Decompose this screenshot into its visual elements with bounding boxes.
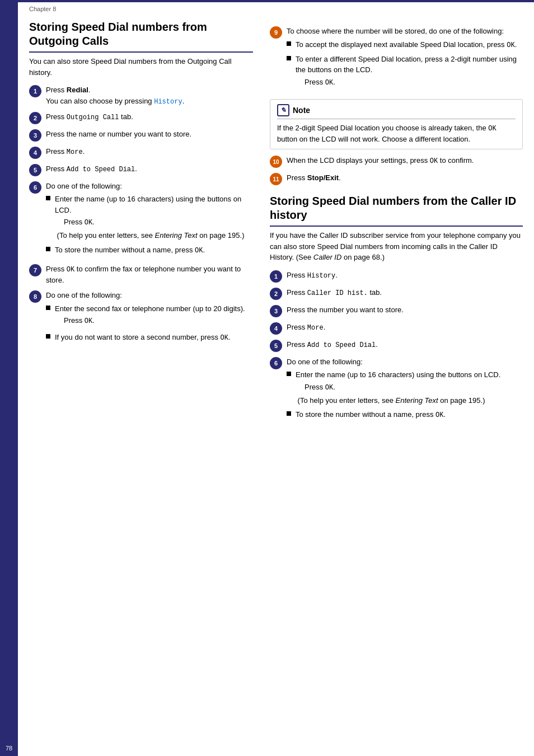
bullet-square — [287, 372, 291, 376]
step-5-text: Press Add to Speed Dial. — [46, 163, 253, 175]
step6-bullet-1: Enter the name (up to 16 characters) usi… — [46, 194, 253, 241]
section1-intro: You can also store Speed Dial numbers fr… — [29, 56, 253, 78]
bullet-square — [287, 41, 291, 46]
step-8: 8 Do one of the following: Enter the sec… — [29, 290, 253, 346]
step-8-text: Do one of the following: Enter the secon… — [46, 290, 253, 346]
section2-title: Storing Speed Dial numbers from the Call… — [270, 194, 523, 227]
step11-bold: Stop/Exit — [307, 173, 339, 182]
step-circle-9: 9 — [270, 26, 282, 39]
s2-step-3: 3 Press the number you want to store. — [270, 304, 523, 317]
content-area: Chapter 8 Storing Speed Dial numbers fro… — [18, 0, 534, 756]
step8-bullets: Enter the second fax or telephone number… — [46, 303, 253, 344]
s2-step-5: 5 Press Add to Speed Dial. — [270, 339, 523, 352]
ok-code5: OK — [507, 41, 514, 49]
step9-bullet-1-text: To accept the displayed next available S… — [296, 39, 523, 50]
step-circle-8: 8 — [29, 290, 41, 303]
step2-code: Outgoing Call — [67, 114, 119, 121]
s2-step4-code: More — [307, 324, 324, 332]
step6-bullets: Enter the name (up to 16 characters) usi… — [46, 194, 253, 256]
s2-step-1-text: Press History. — [287, 270, 523, 281]
step4-code: More — [67, 148, 83, 156]
ok-code8: OK — [435, 411, 443, 419]
bullet-square — [46, 196, 50, 200]
section1-title: Storing Speed Dial numbers from Outgoing… — [29, 20, 253, 53]
s2-step-6: 6 Do one of the following: Enter the nam… — [270, 356, 523, 424]
step8-bullet-1: Enter the second fax or telephone number… — [46, 303, 253, 329]
step-9: 9 To choose where the number will be sto… — [270, 26, 523, 93]
step9-bullet-1: To accept the displayed next available S… — [287, 39, 523, 50]
bullet-square — [287, 411, 291, 416]
step-circle-11: 11 — [270, 173, 282, 185]
step8-bullet-2-text: If you do not want to store a second num… — [55, 332, 253, 343]
s2-step-circle-5: 5 — [270, 340, 282, 352]
s2-step6-bullets: Enter the name (up to 16 characters) usi… — [287, 369, 523, 420]
s2-step-circle-2: 2 — [270, 288, 282, 300]
step9-bullet-2: To enter a different Speed Dial location… — [287, 54, 523, 90]
step6-bullet-2: To store the number without a name, pres… — [46, 245, 253, 256]
step-11: 11 Press Stop/Exit. — [270, 172, 523, 185]
step-1-text: Press Redial. You can also choose by pre… — [46, 84, 253, 107]
step8-bullet-2: If you do not want to store a second num… — [46, 332, 253, 343]
ok-code6: OK — [325, 79, 333, 87]
s2-step6-pressok1: Press OK. — [305, 382, 523, 393]
step-6-text: Do one of the following: Enter the name … — [46, 181, 253, 259]
step-circle-5: 5 — [29, 164, 41, 176]
step-7-text: Press OK to confirm the fax or telephone… — [46, 264, 253, 286]
s2-step1-code: History — [307, 272, 335, 280]
s2-step-6-text: Do one of the following: Enter the name … — [287, 356, 523, 424]
s2-step-1: 1 Press History. — [270, 270, 523, 283]
bullet-square — [46, 247, 50, 251]
s2-step6-bullet-2-text: To store the number without a name, pres… — [296, 409, 523, 420]
step6-bullet-2-text: To store the number without a name, pres… — [55, 245, 253, 256]
left-column: Storing Speed Dial numbers from Outgoing… — [18, 15, 264, 756]
step1-link: History — [154, 98, 182, 106]
step-3-text: Press the name or number you want to sto… — [46, 129, 253, 140]
step5-code: Add to Speed Dial — [67, 166, 135, 173]
step6-pressok1: Press OK. — [64, 217, 253, 228]
step8-bullet-1-text: Enter the second fax or telephone number… — [55, 303, 253, 329]
step10-code: OK — [430, 157, 438, 165]
entering-text-ref: Entering Text — [154, 231, 197, 240]
step9-bullets: To accept the displayed next available S… — [287, 39, 523, 90]
section2-intro: If you have the Caller ID subscriber ser… — [270, 230, 523, 263]
s2-step6-italic-note: (To help you enter letters, see Entering… — [296, 395, 523, 406]
step6-italic-note: (To help you enter letters, see Entering… — [55, 230, 253, 241]
s2-step6-bullet-1-text: Enter the name (up to 16 characters) usi… — [296, 369, 523, 406]
note-box: ✎ Note If the 2-digit Speed Dial locatio… — [270, 99, 523, 150]
step-circle-2: 2 — [29, 112, 41, 124]
step-circle-3: 3 — [29, 129, 41, 142]
ok-code2: OK — [195, 247, 203, 255]
bullet-square — [46, 306, 50, 310]
s2-step5-code: Add to Speed Dial — [307, 341, 376, 349]
page-number: 78 — [0, 740, 18, 756]
s2-step-4: 4 Press More. — [270, 322, 523, 335]
step-circle-4: 4 — [29, 147, 41, 159]
left-sidebar: 78 — [0, 0, 18, 756]
s2-step-circle-4: 4 — [270, 322, 282, 335]
s2-step6-bullet-1: Enter the name (up to 16 characters) usi… — [287, 369, 523, 406]
bullet-square — [46, 334, 50, 339]
step-10: 10 When the LCD displays your settings, … — [270, 155, 523, 168]
step6-bullet-1-text: Enter the name (up to 16 characters) usi… — [55, 194, 253, 241]
step-6: 6 Do one of the following: Enter the nam… — [29, 181, 253, 259]
step-4-text: Press More. — [46, 146, 253, 157]
step-10-text: When the LCD displays your settings, pre… — [287, 155, 523, 166]
step1-bold: Redial — [67, 86, 88, 94]
step-circle-6: 6 — [29, 181, 41, 194]
note-divider — [277, 119, 516, 119]
s2-step6-bullet-2: To store the number without a name, pres… — [287, 409, 523, 420]
two-column-layout: Storing Speed Dial numbers from Outgoing… — [18, 15, 534, 756]
step-circle-7: 7 — [29, 264, 41, 276]
note-icon: ✎ — [277, 104, 289, 116]
s2-step-circle-3: 3 — [270, 305, 282, 317]
s2-step-5-text: Press Add to Speed Dial. — [287, 339, 523, 350]
s2-step-circle-6: 6 — [270, 357, 282, 369]
note-text: If the 2-digit Speed Dial location you c… — [277, 123, 516, 145]
note-header: ✎ Note — [277, 104, 516, 116]
step9-bullet-2-text: To enter a different Speed Dial location… — [296, 54, 523, 90]
s2-step-2-text: Press Caller ID hist. tab. — [287, 287, 523, 298]
note-title: Note — [293, 106, 310, 115]
step-5: 5 Press Add to Speed Dial. — [29, 163, 253, 176]
step-2: 2 Press Outgoing Call tab. — [29, 111, 253, 124]
step7-code: OK — [67, 266, 74, 274]
